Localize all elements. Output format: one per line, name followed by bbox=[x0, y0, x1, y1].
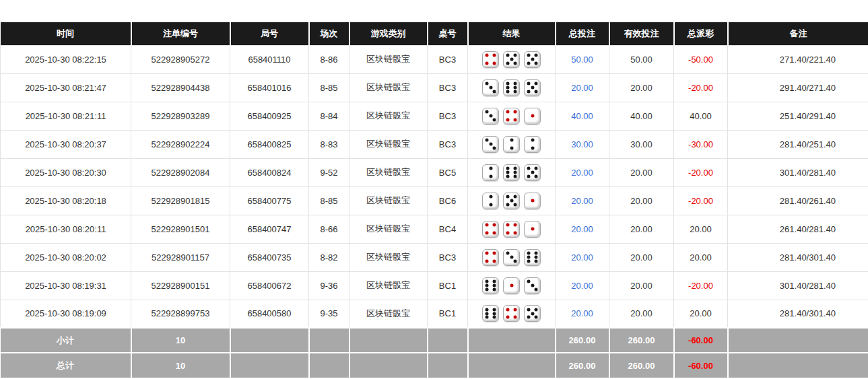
cell-remark: 301.40/281.40 bbox=[728, 271, 868, 300]
cell-session: 8-82 bbox=[309, 243, 349, 271]
die-2-icon bbox=[482, 193, 499, 209]
die-pip bbox=[531, 312, 534, 315]
die-pip bbox=[506, 231, 509, 234]
cell-total-bet: 20.00 bbox=[556, 300, 609, 328]
header-row: 时间注单编号局号场次游戏类别桌号结果总投注有效投注总派彩备注 bbox=[1, 22, 868, 45]
die-pip bbox=[493, 118, 496, 121]
table-row: 2025-10-30 08:21:47522928904438658401016… bbox=[1, 73, 868, 102]
die-pip bbox=[531, 58, 534, 61]
cell-round-id: 658400824 bbox=[230, 158, 309, 186]
die-pip bbox=[531, 114, 534, 118]
die-pip bbox=[493, 284, 496, 287]
summary-total-payout: -60.00 bbox=[674, 328, 728, 353]
die-1-icon bbox=[524, 108, 541, 125]
die-pip bbox=[531, 139, 534, 142]
die-pip bbox=[510, 58, 513, 61]
die-5-icon bbox=[524, 164, 541, 181]
die-pip bbox=[485, 259, 488, 263]
die-3-icon bbox=[482, 136, 499, 153]
total-bet-link[interactable]: 20.00 bbox=[571, 196, 593, 206]
total-bet-link[interactable]: 20.00 bbox=[571, 168, 593, 178]
die-pip bbox=[506, 308, 509, 312]
cell-table-no: BC3 bbox=[428, 102, 468, 130]
summary-label: 小计 bbox=[1, 328, 131, 353]
die-pip bbox=[514, 203, 517, 206]
table-row: 2025-10-30 08:19:31522928900151658400672… bbox=[1, 271, 868, 300]
die-pip bbox=[514, 118, 517, 121]
die-pip bbox=[531, 228, 534, 231]
cell-total-payout: 40.00 bbox=[674, 102, 728, 130]
summary-empty-remark bbox=[728, 328, 868, 353]
die-5-icon bbox=[524, 305, 541, 322]
die-pip bbox=[493, 280, 496, 283]
cell-total-payout: -20.00 bbox=[674, 158, 728, 186]
cell-valid-bet: 20.00 bbox=[609, 186, 674, 215]
cell-bet-id: 522928902084 bbox=[131, 158, 230, 186]
cell-session: 9-52 bbox=[309, 158, 349, 186]
total-bet-link[interactable]: 20.00 bbox=[571, 83, 593, 93]
total-bet-link[interactable]: 40.00 bbox=[571, 111, 593, 121]
die-pip bbox=[493, 312, 496, 315]
die-3-icon bbox=[482, 108, 499, 125]
cell-bet-id: 522928901157 bbox=[131, 243, 230, 271]
cell-table-no: BC3 bbox=[428, 130, 468, 158]
cell-total-bet: 30.00 bbox=[556, 130, 609, 158]
cell-time: 2025-10-30 08:20:37 bbox=[1, 130, 131, 158]
cell-bet-id: 522928902224 bbox=[131, 130, 230, 158]
cell-table-no: BC4 bbox=[428, 215, 468, 243]
die-pip bbox=[493, 287, 496, 291]
cell-total-bet: 20.00 bbox=[556, 215, 609, 243]
die-pip bbox=[527, 90, 530, 93]
die-pip bbox=[531, 171, 534, 174]
summary-empty-table bbox=[428, 328, 468, 353]
bet-records-table: 时间注单编号局号场次游戏类别桌号结果总投注有效投注总派彩备注 2025-10-3… bbox=[0, 22, 868, 378]
cell-game-type: 区块链骰宝 bbox=[349, 243, 428, 271]
total-bet-link[interactable]: 20.00 bbox=[571, 281, 593, 291]
die-pip bbox=[535, 308, 538, 312]
summary-valid-bet: 260.00 bbox=[609, 328, 674, 353]
die-pip bbox=[514, 61, 517, 65]
die-4-icon bbox=[503, 305, 520, 322]
total-bet-link[interactable]: 20.00 bbox=[571, 308, 593, 318]
column-header-total_payout: 总派彩 bbox=[674, 22, 728, 45]
die-pip bbox=[527, 316, 530, 319]
die-pip bbox=[531, 146, 534, 149]
cell-total-payout: 20.00 bbox=[674, 300, 728, 328]
summary-empty-table bbox=[428, 353, 468, 378]
column-header-round_id: 局号 bbox=[230, 22, 309, 45]
column-header-table_no: 桌号 bbox=[428, 22, 468, 45]
die-pip bbox=[527, 259, 530, 263]
cell-time: 2025-10-30 08:22:15 bbox=[1, 45, 131, 73]
table-row: 2025-10-30 08:20:30522928902084658400824… bbox=[1, 158, 868, 186]
die-pip bbox=[489, 143, 492, 146]
cell-game-type: 区块链骰宝 bbox=[349, 45, 428, 73]
dice-result bbox=[469, 136, 554, 153]
table-footer: 小计10260.00260.00-60.00总计10260.00260.00-6… bbox=[1, 328, 868, 378]
table-row: 2025-10-30 08:21:11522928903289658400925… bbox=[1, 102, 868, 130]
cell-result bbox=[468, 215, 556, 243]
summary-count: 10 bbox=[131, 328, 230, 353]
die-pip bbox=[506, 110, 509, 114]
die-pip bbox=[489, 195, 492, 199]
cell-total-payout: -30.00 bbox=[674, 130, 728, 158]
die-4-icon bbox=[482, 249, 499, 266]
cell-remark: 281.40/261.40 bbox=[728, 186, 868, 215]
die-pip bbox=[514, 90, 517, 93]
die-pip bbox=[485, 110, 488, 114]
die-pip bbox=[493, 259, 496, 263]
total-bet-link[interactable]: 30.00 bbox=[571, 139, 593, 149]
cell-game-type: 区块链骰宝 bbox=[349, 102, 428, 130]
die-pip bbox=[535, 287, 538, 291]
die-pip bbox=[485, 61, 488, 65]
table-row: 2025-10-30 08:22:15522928905272658401110… bbox=[1, 45, 868, 73]
die-pip bbox=[531, 284, 534, 287]
total-bet-link[interactable]: 20.00 bbox=[571, 252, 593, 263]
dice-result bbox=[469, 51, 554, 68]
cell-session: 8-85 bbox=[309, 73, 349, 102]
cell-total-bet: 20.00 bbox=[556, 158, 609, 186]
die-pip bbox=[506, 203, 509, 206]
dice-result bbox=[469, 108, 554, 125]
total-bet-link[interactable]: 50.00 bbox=[571, 55, 593, 65]
total-bet-link[interactable]: 20.00 bbox=[571, 224, 593, 234]
cell-total-bet: 20.00 bbox=[556, 73, 609, 102]
